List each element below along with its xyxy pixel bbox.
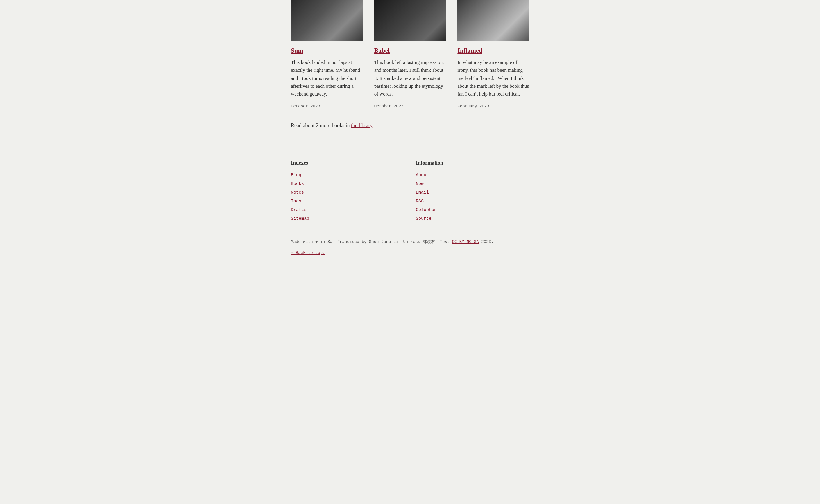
credit-text: Made with ♥ in San Francisco by Shou Jun… [291, 240, 452, 244]
information-link-about[interactable]: About [416, 172, 529, 179]
indexes-link-blog[interactable]: Blog [291, 172, 404, 179]
book-card-inflamed: Inflamed In what may be an example of ir… [457, 0, 529, 110]
library-link[interactable]: the library [351, 123, 372, 128]
information-title: Information [416, 159, 529, 167]
back-to-top-link[interactable]: ↑ Back to top. [291, 251, 325, 255]
book-date-babel: October 2023 [374, 103, 446, 109]
information-link-email[interactable]: Email [416, 189, 529, 196]
book-description-babel: This book left a lasting impression, and… [374, 58, 446, 98]
book-image-babel [374, 0, 446, 41]
indexes-column: Indexes BlogBooksNotesTagsDraftsSitemap [291, 159, 404, 224]
cc-link[interactable]: CC BY–NC–SA [452, 240, 479, 244]
book-title-sum[interactable]: Sum [291, 45, 363, 55]
information-link-now[interactable]: Now [416, 181, 529, 188]
book-cover-inflamed [457, 0, 529, 41]
books-grid: Sum This book landed in our laps at exac… [291, 0, 529, 110]
book-description-sum: This book landed in our laps at exactly … [291, 58, 363, 98]
indexes-link-drafts[interactable]: Drafts [291, 207, 404, 214]
book-date-inflamed: February 2023 [457, 103, 529, 109]
indexes-link-notes[interactable]: Notes [291, 189, 404, 196]
book-title-inflamed[interactable]: Inflamed [457, 45, 529, 55]
indexes-link-tags[interactable]: Tags [291, 198, 404, 205]
credit-year: 2023. [479, 240, 493, 244]
footer-columns: Indexes BlogBooksNotesTagsDraftsSitemap … [291, 159, 529, 224]
footer-divider [291, 147, 529, 147]
book-title-babel[interactable]: Babel [374, 45, 446, 55]
information-link-colophon[interactable]: Colophon [416, 207, 529, 214]
book-cover-babel [374, 0, 446, 41]
information-link-source[interactable]: Source [416, 215, 529, 222]
indexes-links: BlogBooksNotesTagsDraftsSitemap [291, 172, 404, 222]
library-text: Read about 2 more books in the library. [291, 121, 529, 130]
information-links: AboutNowEmailRSSColophonSource [416, 172, 529, 222]
book-image-inflamed [457, 0, 529, 41]
book-date-sum: October 2023 [291, 103, 363, 109]
library-prefix: Read about 2 more books in [291, 123, 351, 128]
library-suffix: . [372, 123, 374, 128]
book-image-sum [291, 0, 363, 41]
information-link-rss[interactable]: RSS [416, 198, 529, 205]
book-description-inflamed: In what may be an example of irony, this… [457, 58, 529, 98]
book-card-sum: Sum This book landed in our laps at exac… [291, 0, 363, 110]
footer-credit: Made with ♥ in San Francisco by Shou Jun… [291, 239, 529, 245]
book-cover-sum [291, 0, 363, 41]
indexes-title: Indexes [291, 159, 404, 167]
indexes-link-books[interactable]: Books [291, 181, 404, 188]
indexes-link-sitemap[interactable]: Sitemap [291, 215, 404, 222]
book-card-babel: Babel This book left a lasting impressio… [374, 0, 446, 110]
information-column: Information AboutNowEmailRSSColophonSour… [416, 159, 529, 224]
